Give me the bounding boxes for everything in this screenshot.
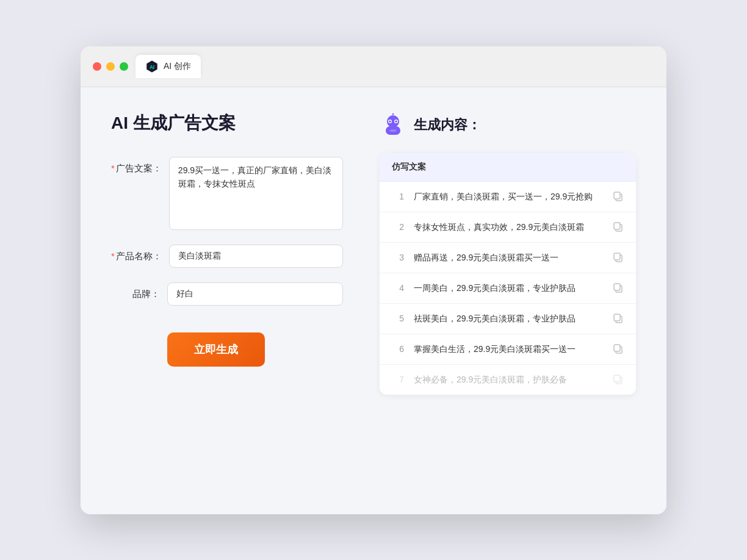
result-text: 祛斑美白，29.9元美白淡斑霜，专业护肤品 (414, 312, 603, 325)
result-number: 2 (392, 222, 404, 232)
copy-icon[interactable] (613, 221, 624, 232)
left-panel: AI 生成广告文案 *广告文案： 29.9买一送一，真正的厂家直销，美白淡斑霜，… (111, 112, 343, 395)
brand-label: 品牌： (111, 282, 160, 300)
result-row: 4 一周美白，29.9元美白淡斑霜，专业护肤品 (380, 273, 636, 304)
close-button[interactable] (93, 62, 101, 71)
brand-input[interactable] (167, 282, 343, 306)
required-star-1: * (111, 163, 115, 173)
brand-row: 品牌： (111, 282, 343, 306)
ad-copy-input[interactable]: 29.9买一送一，真正的厂家直销，美白淡斑霜，专抹女性斑点 (169, 157, 343, 230)
copy-icon[interactable] (613, 374, 624, 385)
browser-tab[interactable]: AI AI 创作 (135, 55, 201, 78)
product-name-input[interactable] (169, 245, 343, 268)
svg-point-7 (395, 120, 397, 122)
result-text: 专抹女性斑点，真实功效，29.9元美白淡斑霜 (414, 221, 603, 234)
maximize-button[interactable] (120, 62, 128, 71)
svg-point-10 (389, 129, 397, 132)
ai-tab-icon: AI (145, 60, 159, 73)
svg-rect-20 (614, 314, 620, 321)
svg-rect-14 (614, 223, 620, 229)
result-row: 5 祛斑美白，29.9元美白淡斑霜，专业护肤品 (380, 304, 636, 334)
right-panel: 生成内容： 仿写文案 1 厂家直销，美白淡斑霜，买一送一，29.9元抢购 2 专… (380, 112, 636, 395)
copy-icon[interactable] (613, 343, 624, 354)
svg-rect-22 (614, 345, 620, 351)
result-number: 6 (392, 344, 404, 354)
product-name-label: *产品名称： (111, 245, 162, 262)
svg-rect-12 (614, 192, 620, 199)
right-title: 生成内容： (414, 116, 481, 134)
results-container: 仿写文案 1 厂家直销，美白淡斑霜，买一送一，29.9元抢购 2 专抹女性斑点，… (380, 153, 636, 395)
product-name-row: *产品名称： (111, 245, 343, 268)
traffic-lights (93, 62, 128, 71)
result-text: 赠品再送，29.9元美白淡斑霜买一送一 (414, 251, 603, 264)
result-row: 7 女神必备，29.9元美白淡斑霜，护肤必备 (380, 365, 636, 395)
svg-rect-18 (614, 284, 620, 290)
main-layout: AI 生成广告文案 *广告文案： 29.9买一送一，真正的厂家直销，美白淡斑霜，… (111, 112, 636, 395)
required-star-2: * (111, 251, 115, 261)
result-row: 3 赠品再送，29.9元美白淡斑霜买一送一 (380, 243, 636, 273)
result-number: 7 (392, 375, 404, 384)
svg-rect-16 (614, 253, 620, 260)
result-number: 1 (392, 192, 404, 201)
ad-copy-label: *广告文案： (111, 157, 162, 174)
copy-icon[interactable] (613, 191, 624, 202)
right-header: 生成内容： (380, 112, 636, 138)
result-number: 5 (392, 314, 404, 323)
result-text: 女神必备，29.9元美白淡斑霜，护肤必备 (414, 373, 603, 386)
generate-button[interactable]: 立即生成 (167, 332, 265, 367)
svg-rect-24 (614, 375, 620, 382)
result-text: 厂家直销，美白淡斑霜，买一送一，29.9元抢购 (414, 190, 603, 203)
browser-window: AI AI 创作 AI 生成广告文案 *广告文案： 29.9买一送一，真正的厂家… (81, 46, 666, 514)
results-list: 1 厂家直销，美白淡斑霜，买一送一，29.9元抢购 2 专抹女性斑点，真实功效，… (380, 182, 636, 395)
result-row: 6 掌握美白生活，29.9元美白淡斑霜买一送一 (380, 334, 636, 365)
result-number: 3 (392, 253, 404, 262)
ad-copy-row: *广告文案： 29.9买一送一，真正的厂家直销，美白淡斑霜，专抹女性斑点 (111, 157, 343, 230)
minimize-button[interactable] (106, 62, 115, 71)
copy-icon[interactable] (613, 252, 624, 263)
result-text: 掌握美白生活，29.9元美白淡斑霜买一送一 (414, 343, 603, 356)
result-row: 2 专抹女性斑点，真实功效，29.9元美白淡斑霜 (380, 212, 636, 243)
result-number: 4 (392, 283, 404, 293)
bot-icon (380, 112, 406, 138)
results-header: 仿写文案 (380, 153, 636, 182)
result-text: 一周美白，29.9元美白淡斑霜，专业护肤品 (414, 282, 603, 295)
copy-icon[interactable] (613, 313, 624, 324)
svg-point-6 (389, 120, 391, 122)
result-row: 1 厂家直销，美白淡斑霜，买一送一，29.9元抢购 (380, 182, 636, 212)
svg-point-9 (392, 113, 394, 115)
svg-text:AI: AI (150, 64, 154, 70)
tab-label: AI 创作 (164, 61, 191, 72)
page-title: AI 生成广告文案 (111, 112, 343, 135)
titlebar: AI AI 创作 (81, 46, 666, 87)
browser-content: AI 生成广告文案 *广告文案： 29.9买一送一，真正的厂家直销，美白淡斑霜，… (81, 87, 666, 514)
copy-icon[interactable] (613, 282, 624, 293)
